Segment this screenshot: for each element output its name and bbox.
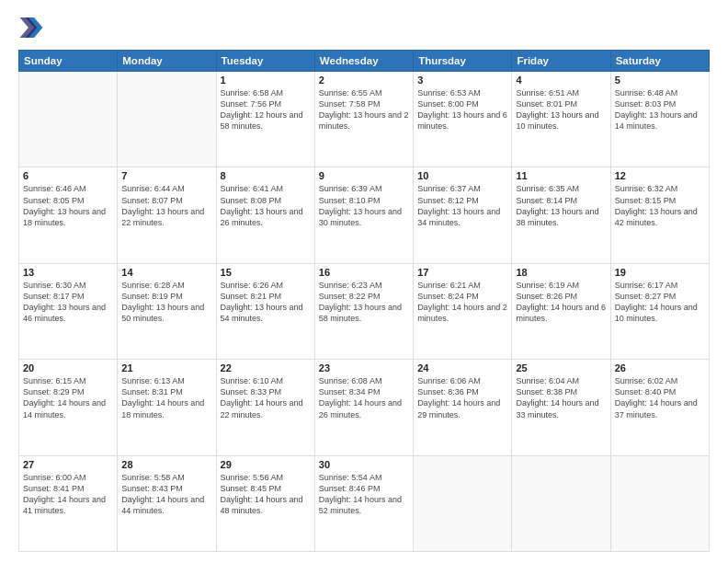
day-number: 6 [23, 170, 113, 181]
calendar-cell: 20Sunrise: 6:15 AM Sunset: 8:29 PM Dayli… [19, 360, 118, 455]
day-detail: Sunrise: 6:44 AM Sunset: 8:07 PM Dayligh… [121, 183, 211, 228]
day-number: 11 [516, 170, 606, 181]
day-detail: Sunrise: 5:58 AM Sunset: 8:43 PM Dayligh… [121, 472, 211, 517]
calendar-header-monday: Monday [118, 51, 216, 72]
day-number: 27 [23, 459, 113, 470]
day-detail: Sunrise: 6:26 AM Sunset: 8:21 PM Dayligh… [221, 280, 311, 325]
day-number: 26 [615, 362, 705, 373]
header [18, 15, 710, 40]
calendar-cell: 12Sunrise: 6:32 AM Sunset: 8:15 PM Dayli… [610, 167, 709, 263]
day-number: 1 [221, 75, 311, 86]
calendar-header-saturday: Saturday [610, 51, 709, 72]
calendar-header-wednesday: Wednesday [314, 51, 413, 72]
calendar-cell [118, 72, 216, 167]
day-number: 21 [121, 362, 211, 373]
calendar-cell: 10Sunrise: 6:37 AM Sunset: 8:12 PM Dayli… [414, 167, 512, 263]
calendar-week-row: 6Sunrise: 6:46 AM Sunset: 8:05 PM Daylig… [19, 167, 710, 263]
day-detail: Sunrise: 6:23 AM Sunset: 8:22 PM Dayligh… [319, 280, 409, 325]
calendar-cell [610, 455, 709, 551]
day-detail: Sunrise: 6:17 AM Sunset: 8:27 PM Dayligh… [615, 280, 705, 325]
calendar-cell: 2Sunrise: 6:55 AM Sunset: 7:58 PM Daylig… [314, 72, 413, 167]
calendar-week-row: 27Sunrise: 6:00 AM Sunset: 8:41 PM Dayli… [19, 455, 710, 551]
logo-icon [18, 15, 44, 40]
day-number: 5 [615, 75, 705, 86]
day-number: 28 [121, 459, 211, 470]
day-detail: Sunrise: 6:35 AM Sunset: 8:14 PM Dayligh… [516, 183, 606, 228]
calendar-cell: 16Sunrise: 6:23 AM Sunset: 8:22 PM Dayli… [314, 263, 413, 359]
calendar-header-tuesday: Tuesday [216, 51, 314, 72]
calendar-cell: 1Sunrise: 6:58 AM Sunset: 7:56 PM Daylig… [216, 72, 314, 167]
day-number: 14 [121, 267, 211, 278]
day-detail: Sunrise: 6:08 AM Sunset: 8:34 PM Dayligh… [319, 375, 409, 420]
day-detail: Sunrise: 6:21 AM Sunset: 8:24 PM Dayligh… [417, 280, 507, 325]
day-number: 8 [221, 170, 311, 181]
calendar-week-row: 20Sunrise: 6:15 AM Sunset: 8:29 PM Dayli… [19, 360, 710, 455]
day-detail: Sunrise: 6:30 AM Sunset: 8:17 PM Dayligh… [23, 280, 113, 325]
calendar-table: SundayMondayTuesdayWednesdayThursdayFrid… [18, 50, 710, 552]
day-detail: Sunrise: 6:28 AM Sunset: 8:19 PM Dayligh… [121, 280, 211, 325]
day-detail: Sunrise: 6:55 AM Sunset: 7:58 PM Dayligh… [319, 87, 409, 132]
calendar-cell: 18Sunrise: 6:19 AM Sunset: 8:26 PM Dayli… [512, 263, 610, 359]
day-number: 22 [221, 362, 311, 373]
day-number: 25 [516, 362, 606, 373]
calendar-week-row: 13Sunrise: 6:30 AM Sunset: 8:17 PM Dayli… [19, 263, 710, 359]
calendar-cell [512, 455, 610, 551]
day-number: 15 [221, 267, 311, 278]
calendar-cell [19, 72, 118, 167]
day-detail: Sunrise: 6:13 AM Sunset: 8:31 PM Dayligh… [121, 375, 211, 420]
day-number: 19 [615, 267, 705, 278]
day-number: 16 [319, 267, 409, 278]
day-number: 2 [319, 75, 409, 86]
calendar-cell: 26Sunrise: 6:02 AM Sunset: 8:40 PM Dayli… [610, 360, 709, 455]
calendar-cell: 29Sunrise: 5:56 AM Sunset: 8:45 PM Dayli… [216, 455, 314, 551]
day-detail: Sunrise: 6:00 AM Sunset: 8:41 PM Dayligh… [23, 472, 113, 517]
calendar-cell: 19Sunrise: 6:17 AM Sunset: 8:27 PM Dayli… [610, 263, 709, 359]
calendar-cell: 6Sunrise: 6:46 AM Sunset: 8:05 PM Daylig… [19, 167, 118, 263]
day-detail: Sunrise: 6:19 AM Sunset: 8:26 PM Dayligh… [516, 280, 606, 325]
day-number: 24 [417, 362, 507, 373]
day-detail: Sunrise: 6:32 AM Sunset: 8:15 PM Dayligh… [615, 183, 705, 228]
day-detail: Sunrise: 6:48 AM Sunset: 8:03 PM Dayligh… [615, 87, 705, 132]
day-number: 4 [516, 75, 606, 86]
day-number: 18 [516, 267, 606, 278]
day-detail: Sunrise: 6:53 AM Sunset: 8:00 PM Dayligh… [417, 87, 507, 132]
day-detail: Sunrise: 6:46 AM Sunset: 8:05 PM Dayligh… [23, 183, 113, 228]
calendar-cell: 15Sunrise: 6:26 AM Sunset: 8:21 PM Dayli… [216, 263, 314, 359]
calendar-cell: 9Sunrise: 6:39 AM Sunset: 8:10 PM Daylig… [314, 167, 413, 263]
calendar-cell: 3Sunrise: 6:53 AM Sunset: 8:00 PM Daylig… [414, 72, 512, 167]
day-detail: Sunrise: 5:56 AM Sunset: 8:45 PM Dayligh… [221, 472, 311, 517]
day-number: 10 [417, 170, 507, 181]
day-detail: Sunrise: 6:37 AM Sunset: 8:12 PM Dayligh… [417, 183, 507, 228]
day-detail: Sunrise: 6:02 AM Sunset: 8:40 PM Dayligh… [615, 375, 705, 420]
calendar-cell: 28Sunrise: 5:58 AM Sunset: 8:43 PM Dayli… [118, 455, 216, 551]
calendar-cell: 24Sunrise: 6:06 AM Sunset: 8:36 PM Dayli… [414, 360, 512, 455]
day-number: 20 [23, 362, 113, 373]
calendar-cell: 14Sunrise: 6:28 AM Sunset: 8:19 PM Dayli… [118, 263, 216, 359]
day-detail: Sunrise: 6:10 AM Sunset: 8:33 PM Dayligh… [221, 375, 311, 420]
day-detail: Sunrise: 6:15 AM Sunset: 8:29 PM Dayligh… [23, 375, 113, 420]
calendar-header-thursday: Thursday [414, 51, 512, 72]
calendar-cell: 22Sunrise: 6:10 AM Sunset: 8:33 PM Dayli… [216, 360, 314, 455]
day-detail: Sunrise: 6:39 AM Sunset: 8:10 PM Dayligh… [319, 183, 409, 228]
day-detail: Sunrise: 6:51 AM Sunset: 8:01 PM Dayligh… [516, 87, 606, 132]
calendar-cell: 17Sunrise: 6:21 AM Sunset: 8:24 PM Dayli… [414, 263, 512, 359]
calendar-week-row: 1Sunrise: 6:58 AM Sunset: 7:56 PM Daylig… [19, 72, 710, 167]
calendar-cell: 25Sunrise: 6:04 AM Sunset: 8:38 PM Dayli… [512, 360, 610, 455]
calendar-cell: 27Sunrise: 6:00 AM Sunset: 8:41 PM Dayli… [19, 455, 118, 551]
day-detail: Sunrise: 6:41 AM Sunset: 8:08 PM Dayligh… [221, 183, 311, 228]
calendar-cell: 4Sunrise: 6:51 AM Sunset: 8:01 PM Daylig… [512, 72, 610, 167]
day-detail: Sunrise: 6:04 AM Sunset: 8:38 PM Dayligh… [516, 375, 606, 420]
calendar-header-sunday: Sunday [19, 51, 118, 72]
calendar-header-friday: Friday [512, 51, 610, 72]
day-number: 3 [417, 75, 507, 86]
logo [18, 15, 46, 40]
day-detail: Sunrise: 5:54 AM Sunset: 8:46 PM Dayligh… [319, 472, 409, 517]
calendar-cell: 30Sunrise: 5:54 AM Sunset: 8:46 PM Dayli… [314, 455, 413, 551]
day-detail: Sunrise: 6:06 AM Sunset: 8:36 PM Dayligh… [417, 375, 507, 420]
calendar-cell: 23Sunrise: 6:08 AM Sunset: 8:34 PM Dayli… [314, 360, 413, 455]
calendar-cell: 8Sunrise: 6:41 AM Sunset: 8:08 PM Daylig… [216, 167, 314, 263]
day-number: 29 [221, 459, 311, 470]
day-number: 7 [121, 170, 211, 181]
day-number: 9 [319, 170, 409, 181]
page: SundayMondayTuesdayWednesdayThursdayFrid… [0, 0, 728, 563]
